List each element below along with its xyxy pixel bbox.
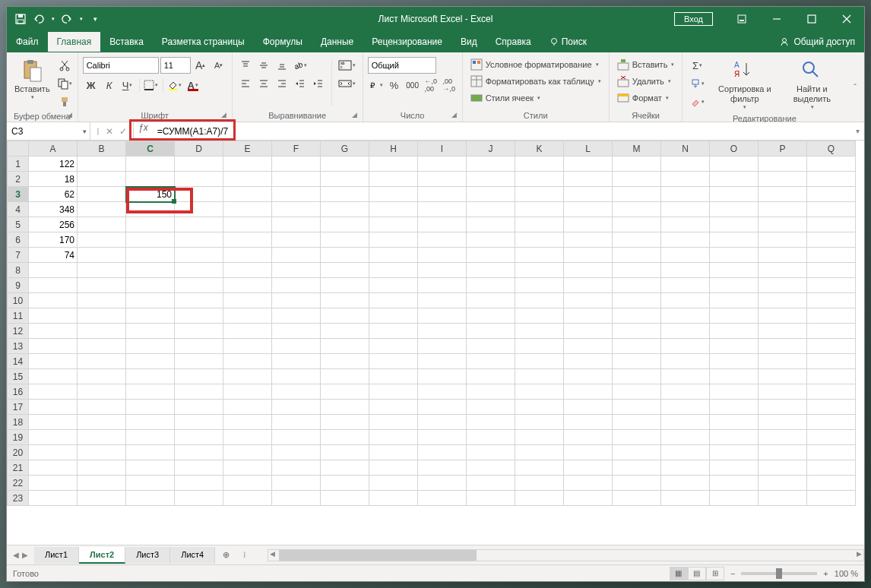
- cell[interactable]: [418, 339, 467, 354]
- cell[interactable]: [78, 308, 126, 324]
- cell[interactable]: [759, 369, 807, 384]
- cell[interactable]: [272, 339, 321, 354]
- decrease-indent-button[interactable]: [292, 75, 309, 92]
- insert-cells-button[interactable]: Вставить▾: [614, 57, 678, 72]
- row-header[interactable]: 22: [8, 476, 29, 491]
- cell[interactable]: [369, 156, 418, 172]
- cell[interactable]: [78, 248, 126, 263]
- cell[interactable]: [272, 369, 321, 384]
- cell[interactable]: [29, 278, 78, 293]
- cell[interactable]: [710, 187, 759, 202]
- row-header[interactable]: 9: [8, 278, 29, 293]
- font-launcher-icon[interactable]: ◢: [221, 111, 230, 120]
- cell[interactable]: [418, 324, 467, 339]
- cell[interactable]: [78, 415, 126, 430]
- cell[interactable]: [661, 217, 710, 232]
- cell[interactable]: 74: [29, 248, 78, 263]
- row-header[interactable]: 20: [8, 445, 29, 460]
- increase-decimal-button[interactable]: ←,0,00: [423, 77, 439, 93]
- cell[interactable]: [564, 293, 613, 308]
- zoom-in-button[interactable]: +: [823, 569, 828, 578]
- cell[interactable]: [223, 172, 272, 187]
- view-page-break-button[interactable]: ⊞: [706, 567, 724, 580]
- ribbon-options-icon[interactable]: [724, 7, 759, 31]
- row-header[interactable]: 18: [8, 415, 29, 430]
- cell[interactable]: [759, 384, 807, 400]
- cell[interactable]: [175, 491, 223, 506]
- wrap-text-button[interactable]: abc▾: [337, 57, 358, 74]
- cell[interactable]: [613, 354, 661, 369]
- row-header[interactable]: 5: [8, 217, 29, 232]
- cell[interactable]: [515, 430, 564, 445]
- cell[interactable]: 62: [29, 187, 78, 202]
- cell[interactable]: [613, 491, 661, 506]
- col-header[interactable]: Q: [807, 141, 856, 156]
- col-header[interactable]: E: [223, 141, 272, 156]
- cell[interactable]: [807, 202, 856, 217]
- align-middle-button[interactable]: [255, 57, 272, 74]
- cell[interactable]: [661, 400, 710, 415]
- cell[interactable]: [613, 308, 661, 324]
- cell[interactable]: [321, 308, 369, 324]
- cell[interactable]: [369, 217, 418, 232]
- cell[interactable]: [515, 460, 564, 476]
- cell[interactable]: [710, 384, 759, 400]
- cell[interactable]: [467, 445, 515, 460]
- cell[interactable]: [467, 400, 515, 415]
- clear-button[interactable]: ▾: [687, 93, 707, 110]
- cell[interactable]: [613, 324, 661, 339]
- cell[interactable]: [78, 430, 126, 445]
- align-bottom-button[interactable]: [274, 57, 290, 74]
- cell[interactable]: [175, 248, 223, 263]
- cell[interactable]: [661, 232, 710, 248]
- row-header[interactable]: 11: [8, 308, 29, 324]
- copy-button[interactable]: ▾: [56, 75, 73, 92]
- cell[interactable]: [467, 232, 515, 248]
- cell[interactable]: [321, 384, 369, 400]
- cell[interactable]: [321, 415, 369, 430]
- cell[interactable]: [78, 156, 126, 172]
- cell[interactable]: [369, 187, 418, 202]
- cell[interactable]: [223, 400, 272, 415]
- cell[interactable]: [564, 339, 613, 354]
- cell[interactable]: [564, 476, 613, 491]
- cell[interactable]: [661, 248, 710, 263]
- cell[interactable]: [78, 445, 126, 460]
- cell[interactable]: [78, 187, 126, 202]
- cell[interactable]: [126, 339, 175, 354]
- cell[interactable]: [661, 172, 710, 187]
- cell[interactable]: [29, 400, 78, 415]
- cell[interactable]: [467, 263, 515, 278]
- cell[interactable]: [807, 460, 856, 476]
- cell[interactable]: [467, 324, 515, 339]
- cell[interactable]: [710, 476, 759, 491]
- increase-font-button[interactable]: A▴: [192, 57, 209, 74]
- tab-nav-next-icon[interactable]: ▶: [22, 551, 28, 559]
- cell[interactable]: [78, 354, 126, 369]
- cell[interactable]: [515, 156, 564, 172]
- tab-home[interactable]: Главная: [48, 32, 101, 52]
- cell[interactable]: [78, 278, 126, 293]
- cell[interactable]: [272, 445, 321, 460]
- cell[interactable]: [175, 187, 223, 202]
- cell[interactable]: [223, 460, 272, 476]
- cell[interactable]: [223, 445, 272, 460]
- cell[interactable]: [321, 172, 369, 187]
- cell[interactable]: [564, 460, 613, 476]
- cell[interactable]: [272, 172, 321, 187]
- cell[interactable]: [661, 278, 710, 293]
- cell[interactable]: [613, 187, 661, 202]
- cell[interactable]: [467, 248, 515, 263]
- cell[interactable]: [661, 324, 710, 339]
- cell[interactable]: [418, 400, 467, 415]
- cell[interactable]: [369, 278, 418, 293]
- cell[interactable]: [369, 460, 418, 476]
- fx-ellipsis-icon[interactable]: ⁞: [97, 126, 100, 137]
- zoom-slider[interactable]: [741, 572, 817, 575]
- cell[interactable]: [710, 263, 759, 278]
- cell[interactable]: [564, 445, 613, 460]
- cell[interactable]: [126, 278, 175, 293]
- align-center-button[interactable]: [255, 75, 272, 92]
- cell[interactable]: [321, 476, 369, 491]
- cell[interactable]: [515, 384, 564, 400]
